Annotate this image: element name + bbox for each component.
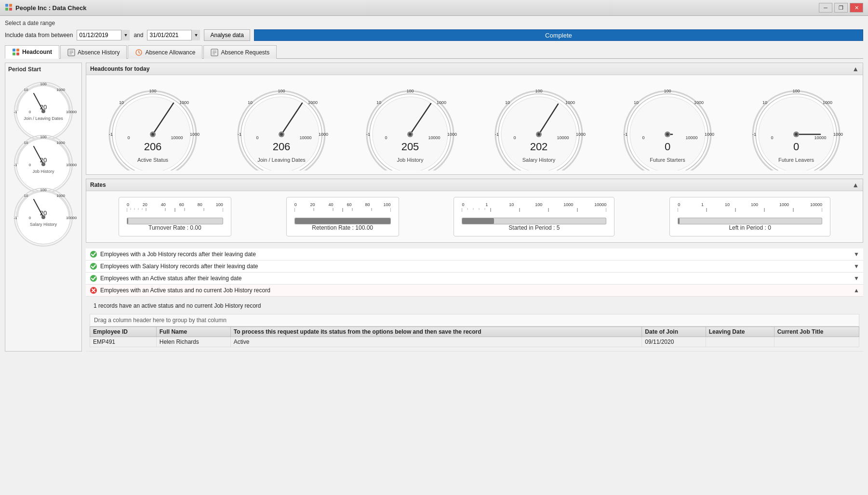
check-row-3[interactable]: Employees with an Active status after th… bbox=[86, 273, 863, 285]
svg-text:100: 100 bbox=[40, 135, 47, 139]
cell-status: Active bbox=[230, 337, 642, 347]
include-label: Include data from between bbox=[5, 32, 73, 39]
svg-text:10: 10 bbox=[119, 100, 124, 105]
tab-absence-allowance[interactable]: Absence Allowance bbox=[128, 45, 202, 59]
svg-text:0: 0 bbox=[127, 135, 130, 140]
svg-text:Salary History: Salary History bbox=[29, 222, 57, 227]
check-expand-2[interactable]: ▼ bbox=[854, 263, 859, 270]
svg-text:-1: -1 bbox=[13, 110, 17, 114]
check-row-1[interactable]: Employees with a Job History records aft… bbox=[86, 248, 863, 261]
to-date-wrapper[interactable]: ▼ bbox=[147, 30, 200, 40]
tab-headcount[interactable]: Headcount bbox=[5, 45, 59, 59]
svg-rect-3 bbox=[9, 8, 12, 11]
svg-text:10000: 10000 bbox=[557, 135, 569, 140]
gauge-svg-future-leavers: -1 10 100 1000 1000 0 10000 0 Future Lea… bbox=[746, 79, 847, 170]
svg-text:1000: 1000 bbox=[190, 132, 200, 137]
close-button[interactable]: ✕ bbox=[850, 3, 863, 13]
svg-text:Join / Leaving Dates: Join / Leaving Dates bbox=[24, 116, 63, 121]
check-row-4[interactable]: Employees with an Active status and no c… bbox=[86, 285, 863, 297]
retention-fill bbox=[295, 218, 390, 224]
svg-text:10000: 10000 bbox=[428, 135, 440, 140]
gauge-svg-salary-history: -1 10 100 1000 1000 0 10000 202 Salary H… bbox=[488, 79, 589, 170]
tab-absence-requests[interactable]: Absence Requests bbox=[203, 45, 277, 59]
title-bar-left: People Inc : Data Check bbox=[5, 3, 86, 13]
svg-point-80 bbox=[280, 133, 283, 136]
left-gauge-container: 0 1 10 100 1000 10000 bbox=[678, 202, 822, 224]
svg-text:10: 10 bbox=[505, 100, 510, 105]
svg-rect-0 bbox=[5, 4, 8, 7]
svg-text:10000: 10000 bbox=[66, 110, 77, 114]
svg-text:-1: -1 bbox=[624, 132, 628, 137]
svg-text:100: 100 bbox=[535, 89, 543, 93]
title-bar-controls[interactable]: ─ ❐ ✕ bbox=[819, 3, 863, 13]
svg-point-95 bbox=[409, 133, 412, 136]
headcount-tab-icon bbox=[12, 48, 20, 56]
svg-text:205: 205 bbox=[401, 141, 419, 153]
gauge-job-history: -1 10 100 1000 1000 0 10000 205 Job Hist… bbox=[360, 79, 461, 170]
svg-text:100: 100 bbox=[149, 89, 156, 93]
minimize-button[interactable]: ─ bbox=[819, 3, 832, 13]
panels-row: Period Start -1 10 100 1000 bbox=[5, 63, 863, 352]
svg-text:10: 10 bbox=[24, 141, 28, 145]
started-ticks bbox=[462, 208, 606, 218]
mini-gauge-svg-1: -1 10 100 1000 10000 0 Join / Leaving Da… bbox=[9, 77, 79, 125]
col-leaving-date: Leaving Date bbox=[706, 327, 774, 337]
cell-current-job-title bbox=[774, 337, 859, 347]
gauge-future-starters: -1 10 100 1000 1000 0 10000 0 bbox=[617, 79, 718, 170]
rates-title: Rates bbox=[90, 182, 106, 188]
tab-absence-history[interactable]: Absence History bbox=[60, 45, 127, 59]
svg-text:1000: 1000 bbox=[319, 132, 328, 137]
rate-retention: 0 20 40 60 80 100 bbox=[286, 197, 399, 236]
cell-date-of-join: 09/11/2020 bbox=[642, 337, 706, 347]
check-expand-4[interactable]: ▲ bbox=[854, 287, 859, 294]
gauge-svg-join-leaving: -1 10 100 1000 1000 0 10000 206 Join / L… bbox=[231, 79, 332, 170]
svg-text:1000: 1000 bbox=[576, 132, 586, 137]
restore-button[interactable]: ❐ bbox=[834, 3, 848, 13]
analyse-button[interactable]: Analyse data bbox=[204, 29, 250, 41]
svg-text:10: 10 bbox=[634, 100, 639, 105]
col-status-msg: To process this request update its statu… bbox=[230, 327, 642, 337]
retention-scale: 0 20 40 60 80 100 bbox=[294, 202, 391, 207]
started-gauge-container: 0 1 10 100 1000 10000 bbox=[462, 202, 606, 224]
to-date-dropdown[interactable]: ▼ bbox=[191, 30, 200, 40]
mini-gauge-join-leaving: -1 10 100 1000 10000 0 Join / Leaving Da… bbox=[8, 77, 79, 125]
retention-label: Retention Rate : 100.00 bbox=[312, 224, 373, 231]
check-expand-1[interactable]: ▼ bbox=[854, 251, 859, 258]
cell-employee-id: EMP491 bbox=[90, 337, 157, 347]
app-icon bbox=[5, 3, 13, 13]
check-row-2[interactable]: Employees with Salary History records af… bbox=[86, 261, 863, 273]
left-scale: 0 1 10 100 1000 10000 bbox=[678, 202, 822, 207]
headcounts-collapse-btn[interactable]: ▲ bbox=[852, 65, 859, 73]
svg-text:1000: 1000 bbox=[694, 100, 704, 105]
svg-text:-1: -1 bbox=[13, 163, 17, 167]
rates-collapse-btn[interactable]: ▲ bbox=[852, 181, 859, 189]
svg-text:Job History: Job History bbox=[32, 169, 54, 174]
turnover-track bbox=[127, 218, 223, 224]
svg-text:-1: -1 bbox=[495, 132, 499, 137]
svg-text:206: 206 bbox=[272, 141, 290, 153]
rate-started: 0 1 10 100 1000 10000 bbox=[454, 197, 614, 236]
svg-text:10000: 10000 bbox=[171, 135, 183, 140]
svg-text:100: 100 bbox=[664, 89, 671, 93]
svg-text:Salary History: Salary History bbox=[522, 157, 556, 163]
check-expand-3[interactable]: ▼ bbox=[854, 275, 859, 282]
svg-text:206: 206 bbox=[144, 141, 161, 153]
mini-gauge-svg-2: -1 10 100 1000 10000 0 Job History 20 bbox=[9, 130, 79, 178]
check-label-1: Employees with a Job History records aft… bbox=[100, 251, 851, 258]
left-ticks bbox=[678, 208, 822, 218]
retention-track bbox=[294, 218, 391, 224]
tab-absence-requests-label: Absence Requests bbox=[221, 49, 269, 56]
gauge-join-leaving: -1 10 100 1000 1000 0 10000 206 Join / L… bbox=[231, 79, 332, 170]
svg-text:0: 0 bbox=[28, 110, 31, 114]
svg-text:10: 10 bbox=[24, 194, 28, 198]
svg-text:-1: -1 bbox=[752, 132, 756, 137]
col-date-of-join: Date of Join bbox=[642, 327, 706, 337]
svg-text:20: 20 bbox=[40, 209, 46, 217]
from-date-wrapper[interactable]: ▼ bbox=[77, 30, 130, 40]
turnover-gauge-container: 0 20 40 60 80 100 bbox=[127, 202, 223, 224]
svg-point-110 bbox=[537, 133, 540, 136]
svg-text:10: 10 bbox=[248, 100, 253, 105]
from-date-dropdown[interactable]: ▼ bbox=[121, 30, 130, 40]
gauge-active-status: -1 10 100 1000 1000 0 10000 bbox=[102, 79, 203, 170]
check-error-icon-4 bbox=[90, 287, 97, 294]
